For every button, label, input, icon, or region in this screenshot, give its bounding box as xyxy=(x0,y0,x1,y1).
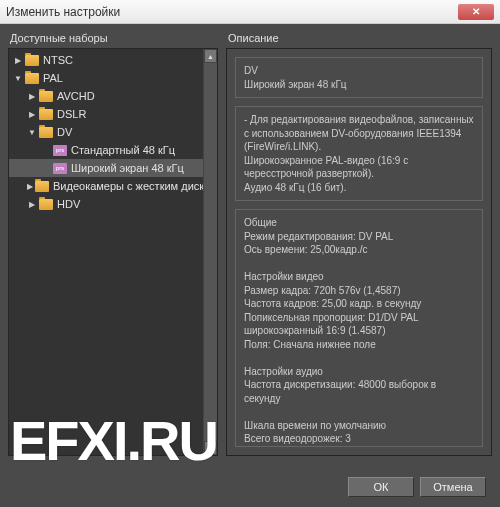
close-icon: ✕ xyxy=(472,6,480,17)
close-button[interactable]: ✕ xyxy=(458,4,494,20)
chevron-right-icon: ▶ xyxy=(27,91,37,101)
tree-label: HDV xyxy=(57,198,80,210)
folder-icon xyxy=(35,181,49,192)
description-details: Общие Режим редактирования: DV PAL Ось в… xyxy=(235,209,483,447)
tree-folder-dslr[interactable]: ▶ DSLR xyxy=(9,105,203,123)
presets-tree-wrap: ▶ NTSC ▼ PAL ▶ AVCHD ▶ DSLR xyxy=(8,48,218,456)
tree-label: PAL xyxy=(43,72,63,84)
tree-label: NTSC xyxy=(43,54,73,66)
presets-tree[interactable]: ▶ NTSC ▼ PAL ▶ AVCHD ▶ DSLR xyxy=(9,49,203,455)
dialog-footer: ОК Отмена xyxy=(348,477,486,497)
spacer xyxy=(41,145,51,155)
folder-icon xyxy=(39,127,53,138)
tree-label: DSLR xyxy=(57,108,86,120)
scroll-up-icon[interactable]: ▲ xyxy=(204,49,217,63)
description-header: Описание xyxy=(226,32,492,44)
chevron-right-icon: ▶ xyxy=(27,109,37,119)
ok-button[interactable]: ОК xyxy=(348,477,414,497)
chevron-down-icon: ▼ xyxy=(27,127,37,137)
tree-label: Широкий экран 48 кГц xyxy=(71,162,184,174)
dialog-content: Доступные наборы ▶ NTSC ▼ PAL ▶ AVCHD xyxy=(0,24,500,464)
summary-line: Широкий экран 48 кГц xyxy=(244,78,474,92)
tree-folder-dv[interactable]: ▼ DV xyxy=(9,123,203,141)
presets-panel: Доступные наборы ▶ NTSC ▼ PAL ▶ AVCHD xyxy=(8,32,218,456)
chevron-right-icon: ▶ xyxy=(27,199,37,209)
tree-scrollbar[interactable]: ▲ ▼ xyxy=(203,49,217,455)
folder-icon xyxy=(25,73,39,84)
preset-icon: prs xyxy=(53,163,67,174)
tree-folder-hdv[interactable]: ▶ HDV xyxy=(9,195,203,213)
chevron-down-icon: ▼ xyxy=(13,73,23,83)
chevron-right-icon: ▶ xyxy=(27,181,33,191)
tree-label: DV xyxy=(57,126,72,138)
folder-icon xyxy=(39,199,53,210)
tree-folder-hddcam[interactable]: ▶ Видеокамеры с жестким диском и… xyxy=(9,177,203,195)
tree-label: Стандартный 48 кГц xyxy=(71,144,175,156)
titlebar: Изменить настройки ✕ xyxy=(0,0,500,24)
description-summary: DV Широкий экран 48 кГц xyxy=(235,57,483,98)
tree-preset-std48[interactable]: prs Стандартный 48 кГц xyxy=(9,141,203,159)
window-title: Изменить настройки xyxy=(6,5,458,19)
cancel-button[interactable]: Отмена xyxy=(420,477,486,497)
folder-icon xyxy=(39,91,53,102)
scroll-down-icon[interactable]: ▼ xyxy=(204,441,217,455)
tree-folder-ntsc[interactable]: ▶ NTSC xyxy=(9,51,203,69)
tree-folder-avchd[interactable]: ▶ AVCHD xyxy=(9,87,203,105)
preset-icon: prs xyxy=(53,145,67,156)
description-body: DV Широкий экран 48 кГц - Для редактиров… xyxy=(226,48,492,456)
tree-preset-wide48[interactable]: prs Широкий экран 48 кГц xyxy=(9,159,203,177)
folder-icon xyxy=(25,55,39,66)
tree-label: Видеокамеры с жестким диском и… xyxy=(53,180,203,192)
summary-line: DV xyxy=(244,64,474,78)
description-panel: Описание DV Широкий экран 48 кГц - Для р… xyxy=(226,32,492,456)
spacer xyxy=(41,163,51,173)
tree-label: AVCHD xyxy=(57,90,95,102)
folder-icon xyxy=(39,109,53,120)
chevron-right-icon: ▶ xyxy=(13,55,23,65)
presets-header: Доступные наборы xyxy=(8,32,218,44)
description-purpose: - Для редактирования видеофайлов, записа… xyxy=(235,106,483,201)
scroll-track[interactable] xyxy=(204,63,217,441)
tree-folder-pal[interactable]: ▼ PAL xyxy=(9,69,203,87)
